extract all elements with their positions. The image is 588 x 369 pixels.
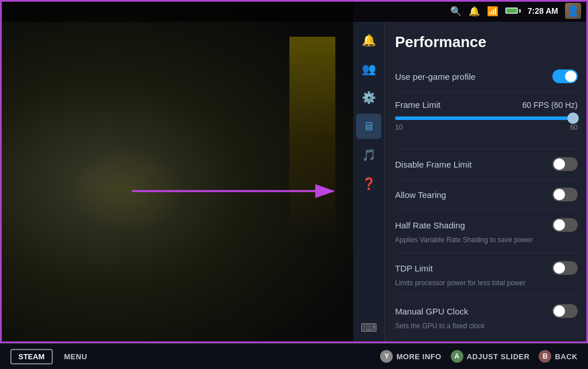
- manual-gpu-clock-toggle[interactable]: [552, 304, 578, 318]
- sidebar-item-performance[interactable]: 🖥: [356, 114, 381, 139]
- frame-limit-header: Frame Limit 60 FPS (60 Hz): [395, 100, 578, 110]
- frame-limit-slider-container: 10 60: [395, 116, 578, 141]
- disable-frame-limit-knob: [554, 158, 565, 170]
- disable-frame-limit-right: [552, 157, 578, 171]
- setting-disable-frame-limit: Disable Frame Limit: [395, 149, 578, 180]
- help-icon: ❓: [362, 177, 376, 191]
- settings-icon: ⚙️: [362, 91, 376, 104]
- b-badge: B: [539, 350, 551, 363]
- sidebar-item-keyboard[interactable]: ⌨: [356, 315, 381, 340]
- sidebar-item-settings[interactable]: ⚙️: [356, 85, 381, 110]
- disable-frame-limit-toggle[interactable]: [552, 157, 578, 171]
- setting-manual-gpu-clock: Manual GPU Clock Sets the GPU to a fixed…: [395, 296, 578, 339]
- adjust-slider-label: ADJUST SLIDER: [467, 352, 530, 361]
- bottom-action-more-info[interactable]: Y MORE INFO: [380, 350, 441, 363]
- sidebar-item-media[interactable]: 🎵: [356, 142, 381, 168]
- setting-allow-tearing: Allow Tearing: [395, 180, 578, 210]
- performance-panel: Performance Use per-game profile Frame L…: [385, 22, 588, 369]
- y-badge: Y: [380, 350, 393, 363]
- half-rate-shading-description: Applies Variable Rate Shading to save po…: [395, 236, 533, 244]
- frame-limit-slider-thumb[interactable]: [567, 112, 579, 124]
- notification-icon[interactable]: 🔔: [469, 6, 480, 17]
- half-rate-shading-knob: [554, 219, 565, 231]
- status-icons: 🔍 🔔 📶 7:28 AM 👤: [450, 3, 581, 19]
- clock: 7:28 AM: [528, 6, 558, 15]
- frame-limit-value: 60 FPS (60 Hz): [523, 100, 578, 110]
- sidebar-item-help[interactable]: ❓: [356, 171, 381, 196]
- manual-gpu-clock-knob: [554, 305, 565, 317]
- friends-icon: 👥: [362, 62, 376, 76]
- setting-tdp-limit: TDP Limit Limits processor power for les…: [395, 253, 578, 296]
- slider-labels: 10 60: [395, 123, 578, 131]
- allow-tearing-knob: [554, 189, 565, 200]
- setting-per-game-profile: Use per-game profile: [395, 61, 578, 92]
- half-rate-shading-toggle[interactable]: [552, 218, 578, 232]
- slider-min-label: 10: [395, 123, 403, 131]
- sidebar: 🔔 👥 ⚙️ 🖥 🎵 ❓ ⌨: [353, 22, 385, 369]
- more-info-label: MORE INFO: [396, 352, 441, 361]
- per-game-profile-right: [552, 69, 578, 83]
- disable-frame-limit-label: Disable Frame Limit: [395, 160, 471, 169]
- bottom-bar: STEAM MENU Y MORE INFO A ADJUST SLIDER B…: [0, 343, 588, 369]
- per-game-profile-toggle[interactable]: [552, 69, 578, 83]
- game-background: [0, 0, 353, 369]
- menu-label: MENU: [64, 352, 87, 361]
- tdp-limit-toggle[interactable]: [552, 261, 578, 275]
- notifications-icon: 🔔: [362, 33, 376, 47]
- panel-title: Performance: [395, 33, 578, 51]
- half-rate-shading-label: Half Rate Shading: [395, 220, 552, 230]
- user-avatar[interactable]: 👤: [565, 3, 581, 19]
- manual-gpu-clock-description: Sets the GPU to a fixed clock: [395, 322, 485, 330]
- a-badge: A: [451, 350, 463, 363]
- half-rate-shading-right: [552, 218, 578, 232]
- allow-tearing-toggle[interactable]: [552, 188, 578, 201]
- keyboard-icon: ⌨: [361, 321, 377, 335]
- bottom-action-back[interactable]: B BACK: [539, 350, 578, 363]
- tdp-limit-label: TDP Limit: [395, 263, 552, 273]
- tdp-limit-knob: [554, 262, 565, 274]
- frame-limit-slider-fill: [395, 116, 578, 120]
- manual-gpu-clock-right: [552, 304, 578, 318]
- bottom-actions: Y MORE INFO A ADJUST SLIDER B BACK: [380, 350, 578, 363]
- status-bar: 🔍 🔔 📶 7:28 AM 👤: [0, 0, 588, 22]
- search-icon[interactable]: 🔍: [450, 6, 462, 17]
- performance-icon: 🖥: [363, 120, 374, 133]
- tdp-limit-right: [552, 261, 578, 275]
- battery-icon: [505, 6, 521, 16]
- signal-icon: 📶: [487, 6, 498, 17]
- allow-tearing-label: Allow Tearing: [395, 190, 446, 200]
- allow-tearing-right: [552, 188, 578, 201]
- steam-button[interactable]: STEAM: [10, 349, 53, 364]
- bottom-action-adjust-slider[interactable]: A ADJUST SLIDER: [451, 350, 530, 363]
- per-game-profile-knob: [565, 71, 577, 82]
- back-label: BACK: [555, 352, 578, 361]
- manual-gpu-clock-label: Manual GPU Clock: [395, 306, 552, 316]
- sidebar-item-notifications[interactable]: 🔔: [356, 28, 381, 53]
- frame-limit-label: Frame Limit: [395, 100, 440, 110]
- per-game-profile-label: Use per-game profile: [395, 72, 475, 81]
- sidebar-item-friends[interactable]: 👥: [356, 56, 381, 81]
- setting-half-rate-shading: Half Rate Shading Applies Variable Rate …: [395, 210, 578, 253]
- frame-limit-section: Frame Limit 60 FPS (60 Hz) 10 60: [395, 92, 578, 149]
- slider-max-label: 60: [570, 123, 578, 131]
- frame-limit-slider-track[interactable]: [395, 116, 578, 120]
- tdp-limit-description: Limits processor power for less total po…: [395, 279, 525, 287]
- media-icon: 🎵: [362, 148, 376, 162]
